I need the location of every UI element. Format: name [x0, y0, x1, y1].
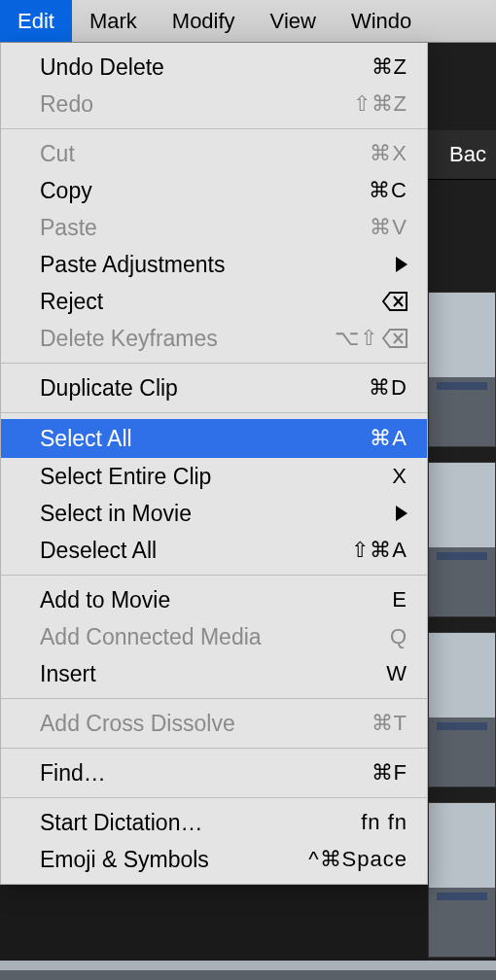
menu-label: Undo Delete [40, 54, 372, 81]
menu-add-to-movie[interactable]: Add to Movie E [1, 581, 427, 618]
menu-start-dictation[interactable]: Start Dictation… fn fn [1, 804, 427, 841]
menubar: Edit Mark Modify View Windo [0, 0, 496, 43]
menu-find[interactable]: Find… ⌘F [1, 754, 427, 791]
menu-label: Add to Movie [40, 587, 392, 613]
menu-shortcut: ⇧⌘A [351, 538, 407, 563]
menu-label: Reject [40, 289, 382, 315]
menubar-mark[interactable]: Mark [72, 0, 155, 42]
menu-add-cross-dissolve: Add Cross Dissolve ⌘T [1, 705, 427, 742]
menu-shortcut: ⌘D [369, 375, 407, 401]
menu-shortcut: X [392, 464, 407, 489]
menu-select-entire-clip[interactable]: Select Entire Clip X [1, 458, 427, 495]
delete-back-icon [382, 329, 407, 348]
menu-shortcut: ⇧⌘Z [353, 91, 407, 117]
menu-shortcut: ⌥⇧ [335, 326, 378, 351]
menu-insert[interactable]: Insert W [1, 655, 427, 692]
menu-shortcut: Q [390, 624, 407, 649]
menu-label: Duplicate Clip [40, 375, 369, 402]
menu-undo-delete[interactable]: Undo Delete ⌘Z [1, 49, 427, 86]
menubar-window[interactable]: Windo [334, 0, 429, 42]
menu-separator [1, 698, 427, 699]
menu-shortcut: ⌘A [370, 426, 407, 451]
menu-shortcut: ⌘X [370, 141, 407, 166]
menu-reject[interactable]: Reject [1, 283, 427, 320]
menu-shortcut: E [392, 587, 407, 612]
menu-label: Insert [40, 661, 386, 687]
menu-label: Select All [40, 426, 370, 452]
menu-shortcut: ⌘Z [372, 54, 407, 80]
menu-label: Copy [40, 178, 369, 204]
menu-label: Find… [40, 760, 372, 787]
delete-back-icon [382, 292, 407, 311]
menu-delete-keyframes: Delete Keyframes ⌥⇧ [1, 320, 427, 357]
menu-shortcut: ^⌘Space [308, 847, 407, 872]
menu-separator [1, 797, 427, 798]
menu-label: Select Entire Clip [40, 464, 392, 490]
menu-label: Redo [40, 91, 353, 118]
menu-separator [1, 128, 427, 129]
menu-deselect-all[interactable]: Deselect All ⇧⌘A [1, 532, 427, 569]
menubar-edit[interactable]: Edit [0, 0, 72, 42]
submenu-arrow-icon [396, 257, 407, 272]
menu-label: Add Cross Dissolve [40, 711, 372, 737]
submenu-arrow-icon [396, 506, 407, 521]
menu-separator [1, 363, 427, 364]
menu-cut: Cut ⌘X [1, 135, 427, 172]
menu-paste-adjustments[interactable]: Paste Adjustments [1, 246, 427, 283]
menu-separator [1, 575, 427, 576]
menubar-modify[interactable]: Modify [155, 0, 253, 42]
clip-thumbnail[interactable] [428, 802, 496, 958]
menu-shortcut: W [386, 661, 407, 686]
menu-label: Paste Adjustments [40, 252, 388, 278]
back-tab[interactable]: Bac [428, 130, 496, 180]
menu-separator [1, 748, 427, 749]
menu-separator [1, 412, 427, 413]
menu-select-in-movie[interactable]: Select in Movie [1, 495, 427, 532]
menu-shortcut: ⌘C [369, 178, 407, 203]
menubar-view[interactable]: View [253, 0, 334, 42]
edit-menu-dropdown: Undo Delete ⌘Z Redo ⇧⌘Z Cut ⌘X Copy ⌘C P… [0, 43, 428, 885]
menu-label: Deselect All [40, 538, 351, 564]
menu-label: Emoji & Symbols [40, 847, 308, 873]
menu-label: Paste [40, 215, 370, 241]
menu-emoji-symbols[interactable]: Emoji & Symbols ^⌘Space [1, 841, 427, 878]
menu-shortcut: ⌘F [372, 760, 407, 786]
menu-label: Delete Keyframes [40, 326, 335, 352]
menu-shortcut: ⌘V [370, 215, 407, 240]
menu-copy[interactable]: Copy ⌘C [1, 172, 427, 209]
clip-thumbnail[interactable] [0, 961, 496, 980]
clip-thumbnail[interactable] [428, 462, 496, 617]
menu-shortcut: ⌘T [372, 711, 407, 736]
menu-redo: Redo ⇧⌘Z [1, 86, 427, 122]
menu-shortcut: fn fn [361, 810, 407, 835]
menu-duplicate-clip[interactable]: Duplicate Clip ⌘D [1, 369, 427, 406]
menu-label: Add Connected Media [40, 624, 390, 650]
menu-label: Cut [40, 141, 370, 167]
clip-thumbnail[interactable] [428, 632, 496, 788]
menu-paste: Paste ⌘V [1, 209, 427, 246]
menu-label: Select in Movie [40, 501, 388, 527]
clip-thumbnail[interactable] [428, 292, 496, 447]
menu-label: Start Dictation… [40, 810, 361, 836]
menu-add-connected-media: Add Connected Media Q [1, 618, 427, 655]
menu-select-all[interactable]: Select All ⌘A [1, 419, 427, 458]
